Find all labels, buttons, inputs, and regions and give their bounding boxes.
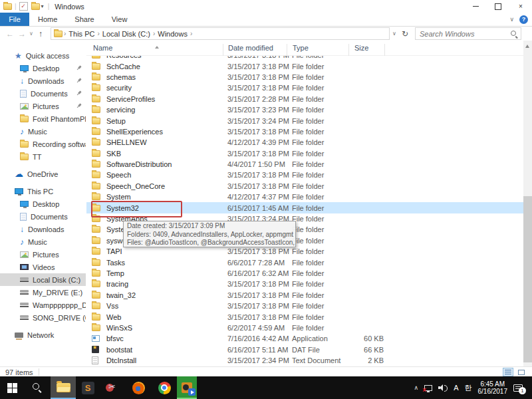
sidebar-item-videos[interactable]: Videos (0, 261, 86, 273)
breadcrumb-segment[interactable]: This PC (68, 30, 94, 38)
volume-icon[interactable] (438, 384, 448, 392)
taskbar-search-button[interactable] (24, 376, 51, 399)
column-header-type[interactable]: Type (293, 44, 309, 52)
table-row[interactable]: System4/12/2017 4:37 PMFile folder (86, 192, 523, 202)
tray-chevron-up-icon[interactable]: ∧ (414, 384, 419, 391)
breadcrumb-separator-icon[interactable]: › (190, 30, 192, 37)
recent-locations-icon[interactable]: ∨ (28, 31, 35, 37)
details-view-button[interactable] (503, 368, 513, 376)
table-row[interactable]: System326/15/2017 1:45 AMFile folder (86, 202, 523, 213)
table-row[interactable]: tracing3/15/2017 3:18 PMFile folder (86, 279, 523, 289)
file-type: File folder (292, 171, 354, 179)
table-row[interactable]: Tasks6/6/2017 7:28 AMFile folder (86, 257, 523, 267)
sidebar-item-documents[interactable]: Documents (0, 87, 86, 100)
table-row[interactable]: ServiceProfiles3/15/2017 2:28 PMFile fol… (86, 94, 523, 104)
qat-new-folder-icon[interactable] (31, 3, 40, 10)
sidebar-item-song-drive-g-[interactable]: SONG_DRIVE (G:) (0, 311, 86, 324)
table-row[interactable]: Speech3/15/2017 3:18 PMFile folder (86, 170, 523, 180)
maximize-button[interactable] (487, 0, 509, 13)
scrollbar-thumb[interactable] (523, 196, 532, 362)
table-row[interactable]: Vss3/15/2017 3:18 PMFile folder (86, 301, 523, 311)
column-header-date[interactable]: Date modified (228, 44, 273, 52)
sidebar-item-my-drive-e-[interactable]: My_DRIVE (E:) (0, 286, 86, 299)
sidebar-item-music[interactable]: Music (0, 235, 86, 248)
taskbar-media-player-button[interactable] (177, 376, 197, 399)
table-row[interactable]: Resources3/15/2017 3:18 PMFile folder (86, 56, 523, 61)
taskbar-firefox-button[interactable] (125, 376, 152, 399)
sidebar-item-foxit-phantompdf-i[interactable]: Foxit PhantomPDF I (0, 112, 86, 125)
qat-properties-icon[interactable]: ✓ (19, 2, 28, 11)
sidebar-item-local-disk-c-[interactable]: Local Disk (C:) (0, 273, 86, 286)
table-row[interactable]: Temp6/16/2017 6:32 AMFile folder (86, 268, 523, 279)
table-row[interactable]: SHELLNEW4/12/2017 4:39 PMFile folder (86, 137, 523, 148)
taskbar-snipping-tool-button[interactable] (100, 376, 125, 399)
sidebar-item-documents[interactable]: Documents (0, 210, 86, 223)
taskbar-start-button[interactable] (0, 376, 24, 399)
table-row[interactable]: Speech_OneCore3/15/2017 3:18 PMFile fold… (86, 181, 523, 192)
column-header-size[interactable]: Size (354, 44, 368, 52)
taskbar-chrome-button[interactable] (152, 376, 177, 399)
back-icon[interactable]: ← (4, 29, 16, 39)
breadcrumb-separator-icon[interactable]: › (97, 30, 99, 37)
sidebar-item-downloads[interactable]: Downloads (0, 223, 86, 235)
sidebar-item-pictures[interactable]: Pictures (0, 248, 86, 261)
sidebar-item-recording-software[interactable]: Recording software (0, 138, 86, 150)
clock[interactable]: 6:45 AM 6/16/2017 (478, 380, 508, 396)
expand-ribbon-icon[interactable]: ∨ (509, 16, 514, 23)
table-row[interactable]: WinSxS6/2/2017 4:59 AMFile folder (86, 323, 523, 333)
table-row[interactable]: schemas3/15/2017 3:18 PMFile folder (86, 72, 523, 82)
address-dropdown-icon[interactable]: ∨ (390, 31, 399, 37)
action-center-icon[interactable]: 1 (513, 384, 523, 392)
tab-view[interactable]: View (103, 13, 136, 26)
close-button[interactable]: × (509, 0, 532, 13)
sidebar-item-downloads[interactable]: Downloads (0, 74, 86, 87)
table-row[interactable]: SchCache3/15/2017 3:18 PMFile folder (86, 61, 523, 71)
breadcrumb-segment[interactable]: Local Disk (C:) (102, 30, 150, 38)
sidebar-item-music[interactable]: Music (0, 125, 86, 138)
table-row[interactable]: TAPI3/15/2017 3:18 PMFile folder (86, 246, 523, 257)
taskbar-file-explorer-button[interactable] (51, 376, 76, 399)
table-row[interactable]: twain_323/15/2017 3:18 PMFile folder (86, 290, 523, 301)
column-header-name[interactable]: Name (93, 44, 112, 52)
table-row[interactable]: DtcInstall3/15/2017 2:34 PMText Document… (86, 355, 523, 366)
sidebar-item-quick-access[interactable]: Quick access (0, 49, 86, 62)
taskbar-sublime-text-button[interactable]: S (76, 376, 100, 399)
ime-korean-indicator[interactable]: 한 (465, 383, 472, 393)
address-bar[interactable]: › This PC›Local Disk (C:)›Windows› (51, 27, 390, 40)
table-row[interactable]: servicing3/15/2017 3:23 PMFile folder (86, 104, 523, 115)
vertical-scrollbar[interactable] (523, 41, 532, 366)
sidebar-item-desktop[interactable]: Desktop (0, 198, 86, 210)
sidebar-item-tt[interactable]: TT (0, 150, 86, 163)
tab-share[interactable]: Share (66, 13, 102, 26)
tab-home[interactable]: Home (29, 13, 66, 26)
search-icon[interactable] (509, 29, 519, 39)
breadcrumb-segment[interactable]: Windows (158, 30, 188, 38)
search-input[interactable] (416, 30, 509, 38)
sidebar-item-this-pc[interactable]: This PC (0, 185, 86, 198)
table-row[interactable]: Setup3/15/2017 3:24 PMFile folder (86, 115, 523, 126)
qat-dropdown-icon[interactable]: ▾ (41, 3, 44, 9)
up-icon[interactable]: ↑ (35, 29, 47, 39)
sidebar-item-wamppppppp-drive[interactable]: Wamppppppp_DRIVE (0, 299, 86, 311)
table-row[interactable]: bfsvc7/16/2016 4:42 AMApplication60 KB (86, 333, 523, 344)
sidebar-item-onedrive[interactable]: OneDrive (0, 168, 86, 180)
scroll-up-icon[interactable] (525, 43, 529, 48)
table-row[interactable]: Web3/15/2017 3:18 PMFile folder (86, 311, 523, 322)
minimize-button[interactable] (464, 0, 487, 13)
sidebar-item-pictures[interactable]: Pictures (0, 100, 86, 112)
ime-latin-indicator[interactable]: A (454, 384, 458, 392)
table-row[interactable]: SoftwareDistribution4/4/2017 1:50 PMFile… (86, 159, 523, 170)
table-row[interactable]: bootstat6/16/2017 5:11 AMDAT File66 KB (86, 344, 523, 355)
sidebar-item-desktop[interactable]: Desktop (0, 62, 86, 74)
help-icon[interactable]: ? (519, 15, 528, 24)
table-row[interactable]: ShellExperiences3/15/2017 3:18 PMFile fo… (86, 126, 523, 137)
forward-icon[interactable]: → (16, 29, 28, 39)
thumbnails-view-button[interactable] (516, 368, 527, 376)
table-row[interactable]: SKB3/15/2017 3:18 PMFile folder (86, 148, 523, 159)
breadcrumb-separator-icon[interactable]: › (153, 30, 155, 37)
table-row[interactable]: security3/15/2017 3:18 PMFile folder (86, 82, 523, 93)
sidebar-item-network[interactable]: Network (0, 329, 86, 341)
refresh-icon[interactable]: ↻ (399, 29, 411, 39)
tab-file[interactable]: File (0, 13, 29, 26)
network-disconnected-icon[interactable] (424, 385, 432, 391)
